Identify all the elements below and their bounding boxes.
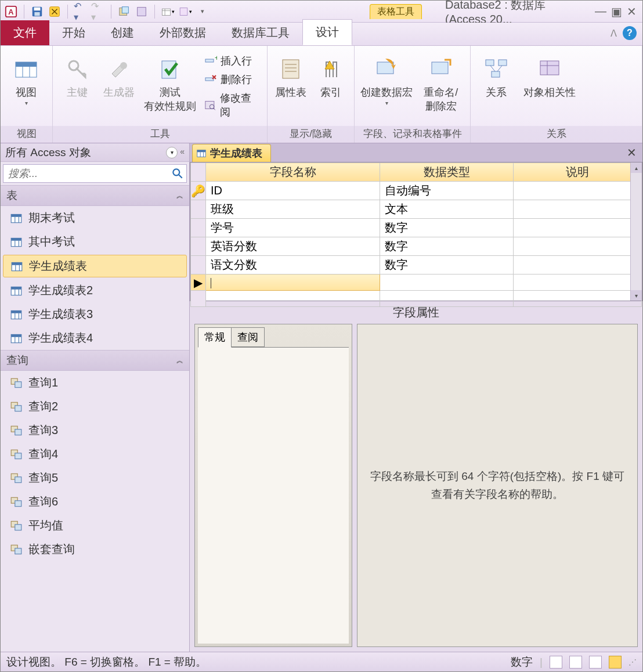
nav-search[interactable] (3, 164, 187, 183)
property-sheet-button[interactable]: 属性表 (273, 50, 309, 99)
nav-table-item[interactable]: 其中考试 (1, 230, 189, 254)
prop-tab-general[interactable]: 常规 (198, 327, 232, 348)
field-name-cell[interactable]: 语文分数 (206, 256, 380, 274)
relationships-button[interactable]: 关系 (476, 50, 516, 99)
nav-table-item[interactable]: 学生成绩表4 (1, 326, 189, 350)
vertical-scrollbar[interactable]: ▴▾ (630, 162, 642, 301)
quick-access-toolbar: A ↶ ▾ ↷ ▾ ▾ ▾ ▾ (1, 5, 213, 19)
resize-grip-icon[interactable]: ⋰ (628, 657, 637, 667)
dependencies-button[interactable]: 对象相关性 (521, 50, 579, 99)
field-name-cell[interactable]: 英语分数 (206, 237, 380, 256)
col-data-type[interactable]: 数据类型 (380, 163, 514, 182)
field-name-cell[interactable] (206, 274, 380, 291)
view-design-icon[interactable] (609, 656, 622, 669)
qat-btn3-icon[interactable]: ▾ (161, 5, 175, 19)
nav-group-tables[interactable]: 表︽ (1, 185, 189, 206)
data-type-cell[interactable] (380, 274, 514, 291)
nav-query-item[interactable]: 查询5 (1, 466, 189, 490)
row-selector[interactable] (191, 256, 206, 274)
nav-collapse-icon[interactable]: « (180, 147, 185, 158)
nav-table-item[interactable]: 期末考试 (1, 206, 189, 230)
nav-query-item[interactable]: 查询2 (1, 395, 189, 418)
svg-rect-30 (377, 62, 393, 74)
nav-table-item[interactable]: 学生成绩表3 (1, 302, 189, 326)
nav-table-item[interactable]: 学生成绩表2 (1, 279, 189, 302)
view-button[interactable]: 视图▾ (6, 50, 46, 107)
col-field-name[interactable]: 字段名称 (206, 163, 380, 182)
nav-query-item[interactable]: 平均值 (1, 514, 189, 537)
svg-rect-34 (492, 71, 500, 77)
nav-query-item[interactable]: 查询3 (1, 418, 189, 442)
ribbon-collapse-icon[interactable]: ᐱ (611, 28, 617, 39)
redo-icon[interactable]: ↷ ▾ (91, 5, 105, 19)
minimize-icon[interactable]: — (595, 5, 606, 19)
nav-dropdown-icon[interactable]: ▾ (166, 147, 178, 158)
description-cell[interactable] (514, 237, 642, 256)
modify-lookup-button[interactable]: 修改查阅 (202, 90, 261, 120)
field-name-cell[interactable]: 班级 (206, 200, 380, 219)
insert-row-button[interactable]: +插入行 (202, 53, 261, 69)
tab-create[interactable]: 创建 (98, 20, 147, 45)
view-chart-icon[interactable] (589, 656, 602, 669)
row-selector[interactable] (191, 200, 206, 219)
property-body[interactable] (198, 347, 349, 644)
document-tab[interactable]: 学生成绩表 (192, 144, 271, 162)
data-type-cell[interactable]: 数字 (380, 256, 514, 274)
qat-btn4-icon[interactable]: ▾ (178, 5, 192, 19)
row-selector[interactable]: 🔑 (191, 182, 206, 200)
row-selector-header[interactable] (191, 163, 206, 182)
undo-icon[interactable]: ↶ ▾ (74, 5, 88, 19)
description-cell[interactable] (514, 200, 642, 219)
close-icon[interactable]: ✕ (627, 5, 637, 19)
nav-query-item[interactable]: 查询1 (1, 371, 189, 395)
description-cell[interactable] (514, 274, 642, 291)
test-rules-button[interactable]: 测试 有效性规则 (143, 50, 197, 114)
data-type-cell[interactable]: 自动编号 (380, 182, 514, 200)
search-input[interactable] (3, 168, 171, 180)
data-type-cell[interactable]: 数字 (380, 237, 514, 256)
nav-header[interactable]: 所有 Access 对象 ▾« (1, 143, 189, 162)
primary-key-button[interactable]: 主键 (59, 50, 96, 99)
tab-home[interactable]: 开始 (49, 20, 98, 45)
qat-btn1-icon[interactable] (117, 5, 131, 19)
tab-design[interactable]: 设计 (302, 19, 352, 45)
nav-query-item[interactable]: 查询4 (1, 442, 189, 466)
description-cell[interactable] (514, 219, 642, 237)
row-selector[interactable]: ▶ (191, 274, 206, 291)
qat-customize-icon[interactable]: ▾ (196, 5, 209, 19)
view-pivot-icon[interactable] (569, 656, 582, 669)
builder-button[interactable]: 生成器 (100, 50, 138, 99)
view-datasheet-icon[interactable] (550, 656, 562, 669)
tab-dbtools[interactable]: 数据库工具 (219, 20, 302, 45)
nav-query-item[interactable]: 查询6 (1, 490, 189, 514)
svg-rect-14 (16, 62, 37, 67)
tab-external[interactable]: 外部数据 (147, 20, 219, 45)
delete-row-button[interactable]: 删除行 (202, 71, 261, 88)
col-description[interactable]: 说明 (514, 163, 642, 182)
row-selector[interactable] (191, 237, 206, 256)
description-cell[interactable] (514, 182, 642, 200)
row-selector[interactable] (191, 219, 206, 237)
description-cell[interactable] (514, 256, 642, 274)
nav-query-item[interactable]: 嵌套查询 (1, 537, 189, 561)
prop-tab-lookup[interactable]: 查阅 (232, 327, 265, 347)
data-type-cell[interactable]: 文本 (380, 200, 514, 219)
maximize-icon[interactable]: ▣ (611, 5, 622, 19)
field-name-cell[interactable]: 学号 (206, 219, 380, 237)
tab-close-icon[interactable]: ✕ (627, 146, 637, 160)
compact-icon[interactable] (48, 5, 62, 19)
data-type-cell[interactable]: 数字 (380, 219, 514, 237)
rename-macro-button[interactable]: 重命名/ 删除宏 (417, 50, 464, 114)
qat-btn2-icon[interactable] (135, 5, 149, 19)
svg-rect-3 (34, 7, 41, 10)
save-icon[interactable] (30, 5, 44, 19)
indexes-button[interactable]: 索引 (313, 50, 349, 99)
help-icon[interactable]: ? (623, 26, 637, 40)
create-macro-button[interactable]: 创建数据宏▾ (360, 50, 413, 107)
row-selector[interactable] (191, 291, 206, 307)
field-name-cell[interactable]: ID (206, 182, 380, 200)
nav-table-item[interactable]: 学生成绩表 (3, 255, 187, 277)
search-icon[interactable] (171, 167, 184, 180)
tab-file[interactable]: 文件 (1, 20, 49, 45)
nav-group-queries[interactable]: 查询︽ (1, 350, 189, 371)
